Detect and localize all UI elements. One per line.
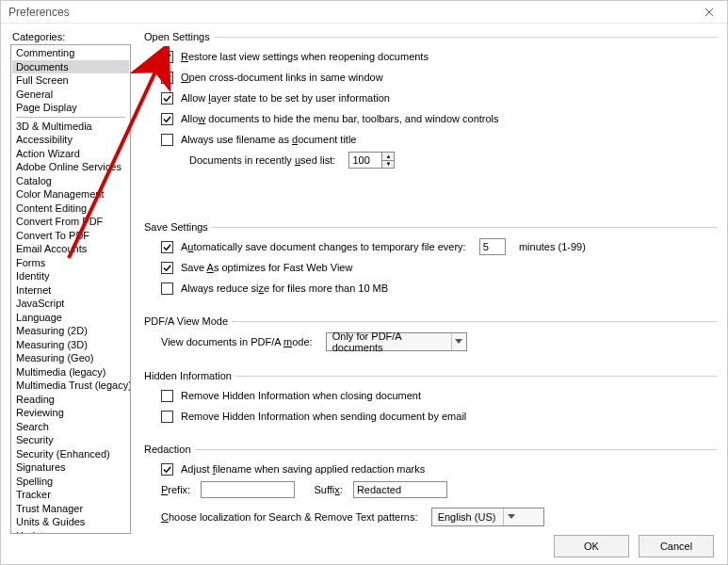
checkbox-hidden-closing[interactable] [161,390,173,402]
row-auto-save[interactable]: Automatically save document changes to t… [144,236,718,257]
category-item[interactable]: Security (Enhanced) [12,447,129,461]
legend-redaction: Redaction [144,444,195,455]
spin-down-icon[interactable]: ▼ [382,160,394,169]
category-item[interactable]: Reviewing [12,406,129,420]
group-redaction: Redaction Adjust filename when saving ap… [144,444,718,534]
row-hide-menu[interactable]: Allow documents to hide the menu bar, to… [144,108,718,129]
row-restore-last[interactable]: Restore last view settings when reopenin… [144,46,718,67]
checkbox-use-filename[interactable] [161,134,173,146]
category-divider [16,117,125,118]
category-item[interactable]: 3D & Multimedia [12,120,129,134]
category-item[interactable]: Internet [12,283,129,298]
category-item[interactable]: Search [12,420,129,434]
checkbox-cross-doc[interactable] [161,72,173,84]
checkbox-auto-save[interactable] [161,241,173,253]
category-item[interactable]: Full Screen [12,73,129,88]
legend-pdfa: PDF/A View Mode [144,315,232,327]
row-hidden-email[interactable]: Remove Hidden Information when sending d… [144,406,718,427]
input-suffix[interactable] [353,481,447,498]
input-prefix[interactable] [201,481,295,498]
category-item[interactable]: Trust Manager [12,502,129,516]
category-item[interactable]: Color Management [12,187,129,202]
category-list[interactable]: CommentingDocumentsFull ScreenGeneralPag… [10,44,131,534]
row-fast-web[interactable]: Save As optimizes for Fast Web View [144,257,718,278]
category-item[interactable]: Multimedia Trust (legacy) [12,379,129,393]
category-item[interactable]: Adobe Online Services [12,160,129,174]
input-recent-list[interactable] [349,153,381,168]
titlebar: Preferences [1,1,727,24]
row-pdfa-mode: View documents in PDF/A mode: Only for P… [144,331,718,353]
chevron-down-icon [451,333,466,350]
group-open-settings: Open Settings Restore last view settings… [144,31,718,178]
label-hidden-email: Remove Hidden Information when sending d… [181,411,466,422]
chevron-down-icon [503,508,519,525]
checkbox-adjust-filename[interactable] [161,463,173,476]
category-item[interactable]: Convert To PDF [12,229,129,243]
label-auto-save-suffix: minutes (1-99) [519,241,586,252]
label-fast-web: Save As optimizes for Fast Web View [181,262,352,273]
spinner-recent-list[interactable]: ▲ ▼ [348,152,395,169]
category-item[interactable]: Measuring (2D) [12,324,129,338]
footer: OK Cancel [1,534,727,564]
category-item[interactable]: Content Editing [12,202,129,216]
select-pdfa-mode[interactable]: Only for PDF/A documents [326,332,467,351]
row-layer-state[interactable]: Allow layer state to be set by user info… [144,88,718,108]
input-auto-save-minutes[interactable] [479,238,506,255]
row-reduce-size[interactable]: Always reduce size for files more than 1… [144,278,718,299]
body: Categories: CommentingDocumentsFull Scre… [1,24,727,534]
category-item[interactable]: Accessibility [12,133,129,147]
label-suffix: Suffix: [314,484,342,495]
category-item[interactable]: Identity [12,269,129,283]
row-use-filename[interactable]: Always use filename as document title [144,129,718,150]
close-icon [704,8,714,17]
label-pdfa-mode: View documents in PDF/A mode: [161,336,313,347]
category-item[interactable]: Measuring (Geo) [12,351,129,365]
checkbox-restore-last[interactable] [161,51,173,63]
row-recent-list: Documents in recently used list: ▲ ▼ [144,150,718,170]
close-button[interactable] [695,3,723,22]
checkbox-hidden-email[interactable] [161,411,173,423]
ok-button[interactable]: OK [554,535,629,557]
category-item[interactable]: Reading [12,393,129,407]
category-item[interactable]: Measuring (3D) [12,338,129,352]
category-item[interactable]: Convert From PDF [12,215,129,229]
category-item[interactable]: Units & Guides [12,515,129,529]
category-item[interactable]: Email Accounts [12,242,129,256]
category-item[interactable]: Action Wizard [12,147,129,161]
legend-hidden-info: Hidden Information [144,370,235,381]
main-panel: Open Settings Restore last view settings… [131,31,718,534]
label-localization: Choose localization for Search & Remove … [161,511,418,523]
category-item[interactable]: JavaScript [12,297,129,311]
row-prefix-suffix: Prefix: Suffix: [144,479,718,500]
label-recent-list: Documents in recently used list: [189,154,335,166]
row-hidden-closing[interactable]: Remove Hidden Information when closing d… [144,385,718,406]
row-adjust-filename[interactable]: Adjust filename when saving applied reda… [144,459,718,479]
label-prefix: Prefix: [161,484,190,495]
category-item[interactable]: Language [12,311,129,325]
legend-open-settings: Open Settings [144,31,214,42]
checkbox-hide-menu[interactable] [161,113,173,125]
cancel-button[interactable]: Cancel [639,535,714,557]
row-cross-doc[interactable]: Open cross-document links in same window [144,67,718,88]
category-item[interactable]: Page Display [12,101,129,115]
category-item[interactable]: General [12,88,129,102]
category-item[interactable]: Multimedia (legacy) [12,365,129,379]
spin-up-icon[interactable]: ▲ [382,153,394,160]
group-save-settings: Save Settings Automatically save documen… [144,221,718,306]
category-item[interactable]: Catalog [12,174,129,188]
checkbox-fast-web[interactable] [161,262,173,274]
label-hidden-closing: Remove Hidden Information when closing d… [181,390,421,401]
category-item[interactable]: Security [12,433,129,447]
checkbox-reduce-size[interactable] [161,282,173,295]
category-item[interactable]: Forms [12,256,129,270]
category-item[interactable]: Tracker [12,488,129,502]
category-item[interactable]: Signatures [12,460,129,475]
category-item[interactable]: Documents [12,60,129,74]
category-item[interactable]: Commenting [12,46,129,60]
select-localization[interactable]: English (US) [431,508,544,526]
checkbox-layer-state[interactable] [161,92,173,105]
sidebar: Categories: CommentingDocumentsFull Scre… [10,31,131,534]
category-item[interactable]: Spelling [12,475,129,489]
label-restore-last: Restore last view settings when reopenin… [181,51,429,62]
label-reduce-size: Always reduce size for files more than 1… [181,282,388,294]
